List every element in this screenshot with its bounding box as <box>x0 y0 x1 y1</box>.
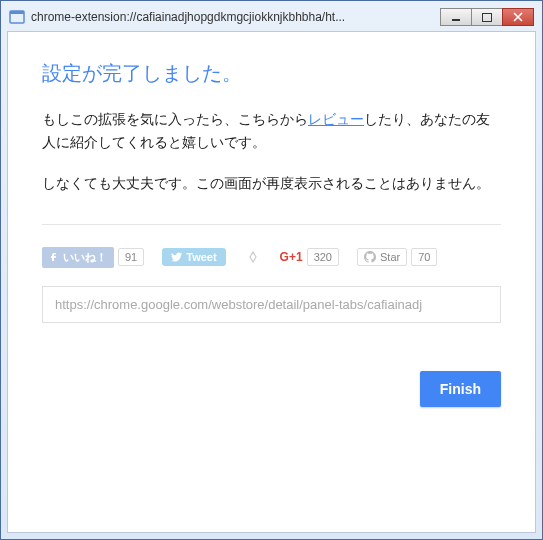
social-row: いいね！ 91 Tweet G+1 320 <box>42 247 501 268</box>
hatena-icon <box>244 248 262 266</box>
tw-label: Tweet <box>186 251 216 263</box>
fb-count: 91 <box>118 248 144 266</box>
hatena-bookmark[interactable] <box>244 248 262 266</box>
secondary-paragraph: しなくても大丈夫です。この画面が再度表示されることはありません。 <box>42 173 501 196</box>
divider <box>42 224 501 225</box>
page-content: 設定が完了しました。 もしこの拡張を気に入ったら、こちらからレビューしたり、あな… <box>7 31 536 533</box>
facebook-like[interactable]: いいね！ 91 <box>42 247 144 268</box>
google-plus[interactable]: G+1 320 <box>280 248 339 266</box>
twitter-tweet[interactable]: Tweet <box>162 248 225 266</box>
review-link[interactable]: レビュー <box>308 112 364 127</box>
gp-count: 320 <box>307 248 339 266</box>
close-button[interactable] <box>502 8 534 26</box>
titlebar: chrome-extension://cafiainadjhopgdkmgcji… <box>7 7 536 31</box>
gh-label: Star <box>380 251 400 263</box>
page-heading: 設定が完了しました。 <box>42 60 501 87</box>
gp-label: G+1 <box>280 250 303 264</box>
github-icon <box>364 251 376 263</box>
para1-pre: もしこの拡張を気に入ったら、こちらから <box>42 112 308 127</box>
facebook-icon <box>49 252 59 262</box>
github-star[interactable]: Star 70 <box>357 248 437 266</box>
maximize-button[interactable] <box>471 8 503 26</box>
window-controls <box>441 8 534 26</box>
finish-button[interactable]: Finish <box>420 371 501 407</box>
footer: Finish <box>42 371 501 407</box>
svg-rect-1 <box>10 11 24 14</box>
browser-window: chrome-extension://cafiainadjhopgdkmgcji… <box>0 0 543 540</box>
gh-count: 70 <box>411 248 437 266</box>
twitter-icon <box>171 252 182 262</box>
minimize-button[interactable] <box>440 8 472 26</box>
window-title: chrome-extension://cafiainadjhopgdkmgcji… <box>31 10 441 24</box>
page-favicon <box>9 9 25 25</box>
fb-label: いいね！ <box>63 250 107 265</box>
share-url-input[interactable] <box>42 286 501 323</box>
intro-paragraph: もしこの拡張を気に入ったら、こちらからレビューしたり、あなたの友人に紹介してくれ… <box>42 109 501 155</box>
